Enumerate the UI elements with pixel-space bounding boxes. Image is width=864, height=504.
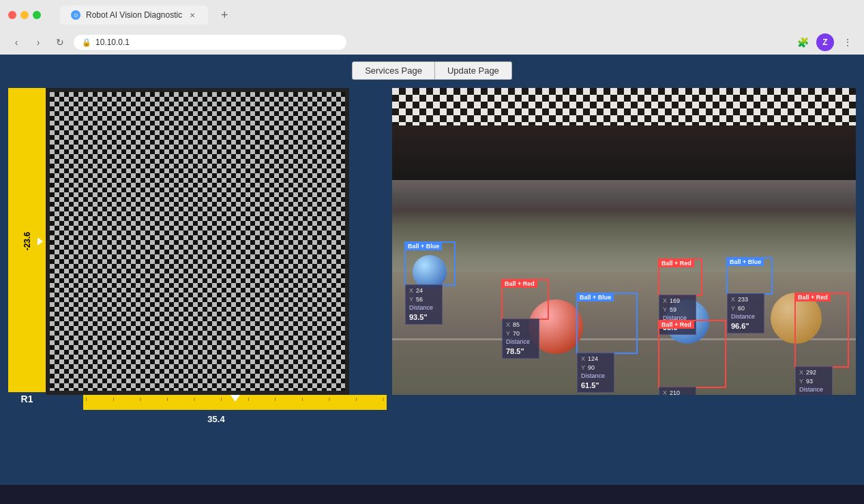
dark-wall — [392, 125, 856, 180]
detection-box-1: Ball + Blue X24 Y56 Distance 93.5" — [404, 241, 456, 286]
refresh-button[interactable]: ↻ — [52, 34, 68, 50]
left-slider — [65, 237, 89, 246]
forward-button[interactable]: › — [30, 34, 46, 50]
toolbar-icons: 🧩 Z ⋮ — [794, 33, 856, 51]
maximize-button[interactable] — [33, 11, 41, 19]
ruler-arrow — [38, 237, 43, 246]
connector-tr — [321, 102, 335, 116]
ball-red-3 — [166, 310, 181, 325]
minimize-button[interactable] — [20, 11, 29, 19]
detection-label-2: Ball + Red — [502, 280, 537, 288]
detection-box-5: Ball + Blue X233 Y60 Distance 96.6" — [726, 257, 773, 295]
ruler-side: -23.6 — [8, 88, 46, 395]
connector-br — [321, 367, 335, 381]
menu-icon[interactable]: ⋮ — [839, 34, 856, 50]
detection-label-1: Ball + Blue — [405, 242, 442, 250]
field-wrapper: -23.6 — [8, 88, 387, 425]
detection-box-6: Ball + Red X210 Y124 Distance 44.9" — [658, 320, 726, 388]
robot-ring: 270° — [149, 220, 204, 275]
detection-box-3: Ball + Blue X124 Y90 Distance 61.5" — [576, 293, 638, 354]
detection-label-6: Ball + Red — [659, 321, 694, 329]
nav-tabs: Services Page Update Page — [352, 61, 512, 80]
page-content: Services Page Update Page -23.6 — [0, 55, 864, 485]
connector-bc — [191, 367, 205, 381]
ruler-side-value: -23.6 — [23, 232, 32, 250]
address-bar-row: ‹ › ↻ 🔒 10.10.0.1 🧩 Z ⋮ — [0, 30, 864, 55]
robot: 270° — [149, 220, 204, 275]
update-page-tab[interactable]: Update Page — [435, 61, 512, 80]
new-tab-button[interactable]: + — [216, 7, 233, 23]
url-text: 10.10.0.1 — [95, 38, 130, 47]
r1-label: R1 — [8, 392, 46, 406]
title-bar: ⊙ Robot AI Vision Diagnostic ✕ + — [0, 0, 864, 30]
bottom-ruler-arrow — [230, 395, 240, 402]
tab-title: Robot AI Vision Diagnostic — [86, 10, 182, 20]
detection-info-3: X124 Y90 Distance 61.5" — [577, 353, 614, 393]
display-area: -23.6 — [7, 88, 857, 425]
detection-info-7: X292 Y93 Distance 61.3" — [795, 366, 833, 395]
detection-info-6: X210 Y124 Distance 44.9" — [659, 387, 696, 395]
detection-box-4: Ball + Red X169 Y59 Distance 95.6" — [658, 258, 702, 296]
active-tab[interactable]: ⊙ Robot AI Vision Diagnostic ✕ — [60, 5, 208, 25]
detection-info-5: X233 Y60 Distance 96.6" — [727, 293, 764, 333]
ball-blue-3 — [128, 341, 143, 356]
camera-checkerboard — [392, 88, 856, 125]
detection-info-2: X85 Y70 Distance 78.5" — [502, 318, 539, 359]
robot-body — [162, 235, 192, 259]
lock-icon: 🔒 — [82, 38, 91, 47]
traffic-lights — [8, 11, 41, 19]
camera-feed: Ball + Blue X24 Y56 Distance 93.5" Ball … — [392, 88, 856, 395]
detection-box-2: Ball + Red X85 Y70 Distance 78.5" — [501, 279, 549, 320]
robot-angle: 270° — [166, 203, 188, 214]
back-button[interactable]: ‹ — [8, 34, 25, 50]
services-page-tab[interactable]: Services Page — [352, 61, 435, 80]
ball-red-1 — [118, 242, 133, 257]
tab-close-button[interactable]: ✕ — [188, 10, 197, 20]
user-avatar[interactable]: Z — [816, 33, 834, 51]
address-bar[interactable]: 🔒 10.10.0.1 — [74, 35, 346, 50]
y-coordinate: 35.4 — [46, 413, 387, 425]
detection-label-7: Ball + Red — [795, 293, 831, 301]
detection-label-5: Ball + Blue — [727, 258, 764, 266]
browser-chrome: ⊙ Robot AI Vision Diagnostic ✕ + ‹ › ↻ 🔒… — [0, 0, 864, 55]
extensions-icon[interactable]: 🧩 — [794, 34, 811, 50]
close-button[interactable] — [8, 11, 16, 19]
field-map: 270° — [46, 88, 349, 395]
connector-tl — [60, 102, 74, 116]
field-map-container: -23.6 — [8, 88, 387, 425]
detection-label-3: Ball + Blue — [577, 293, 614, 301]
ruler-bottom: | | | | | | | | | | | | — [83, 395, 387, 410]
detection-info-1: X24 Y56 Distance 93.5" — [405, 284, 443, 325]
detection-label-4: Ball + Red — [659, 259, 694, 267]
detection-box-7: Ball + Red X292 Y93 Distance 61.3" — [794, 293, 849, 368]
connector-bl — [60, 367, 74, 381]
right-slider — [306, 237, 330, 246]
tab-favicon: ⊙ — [71, 10, 80, 20]
connector-tc — [191, 102, 205, 116]
ball-blue-1 — [121, 201, 136, 216]
